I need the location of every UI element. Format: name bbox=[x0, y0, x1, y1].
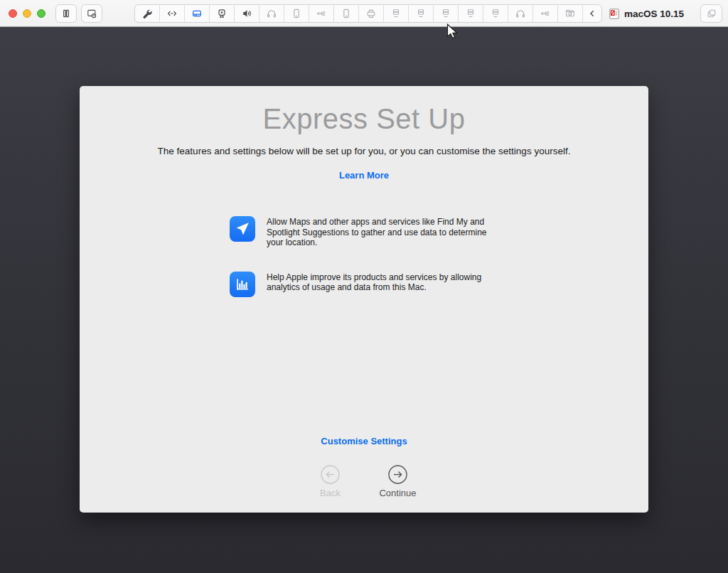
minimize-window-button[interactable] bbox=[23, 9, 31, 18]
chevron-left-icon bbox=[587, 8, 598, 19]
network-adapter-1-button[interactable] bbox=[384, 5, 409, 22]
snapshot-icon bbox=[86, 8, 97, 19]
navigation-buttons: Back Continue bbox=[80, 465, 648, 498]
speaker-icon bbox=[241, 8, 252, 19]
vm-title-label: macOS 10.15 bbox=[624, 9, 684, 19]
network-adapter-2-button[interactable] bbox=[409, 5, 434, 22]
headphones-icon bbox=[266, 8, 277, 19]
network-adapter-icon bbox=[440, 8, 451, 19]
express-setup-dialog: Express Set Up The features and settings… bbox=[80, 86, 648, 513]
hard-disk-button[interactable] bbox=[185, 5, 210, 22]
back-arrow-icon bbox=[321, 465, 340, 484]
camera-button[interactable] bbox=[210, 5, 235, 22]
device-toolbar-group bbox=[134, 4, 602, 23]
hard-disk-icon bbox=[191, 8, 203, 19]
continue-button-label: Continue bbox=[379, 488, 416, 498]
analytics-icon bbox=[230, 272, 255, 297]
vm-code-button[interactable] bbox=[160, 5, 185, 22]
usb-icon bbox=[316, 8, 327, 19]
page-title: Express Set Up bbox=[80, 103, 648, 135]
vm-toolbar: macOS 10.15 bbox=[0, 0, 728, 27]
continue-button[interactable]: Continue bbox=[364, 465, 432, 498]
usb-icon bbox=[540, 8, 551, 19]
vm-settings-button[interactable] bbox=[135, 5, 160, 22]
headphones-icon bbox=[515, 8, 526, 19]
printer-button[interactable] bbox=[359, 5, 384, 22]
snapshot-button[interactable] bbox=[81, 4, 102, 23]
collapse-toolbar-button[interactable] bbox=[583, 5, 601, 22]
back-button-label: Back bbox=[320, 488, 341, 498]
network-adapter-4-button[interactable] bbox=[459, 5, 483, 22]
window-tabs-button[interactable] bbox=[700, 4, 722, 23]
feature-list: Allow Maps and other apps and services l… bbox=[230, 216, 496, 321]
vm-title: macOS 10.15 bbox=[609, 0, 684, 27]
fullscreen-window-button[interactable] bbox=[37, 9, 46, 18]
bar-chart-icon bbox=[234, 276, 251, 293]
pause-icon bbox=[60, 8, 72, 19]
mobile-device-2-button[interactable] bbox=[334, 5, 359, 22]
feature-location: Allow Maps and other apps and services l… bbox=[230, 216, 496, 248]
network-adapter-icon bbox=[465, 8, 476, 19]
vm-window: macOS 10.15 Express Set Up The features … bbox=[0, 0, 728, 573]
usb-device-button[interactable] bbox=[309, 5, 334, 22]
mobile-device-icon bbox=[341, 8, 352, 19]
shared-folder-icon bbox=[564, 8, 576, 19]
feature-analytics: Help Apple improve its products and serv… bbox=[230, 272, 496, 297]
shared-folder-button[interactable] bbox=[558, 5, 583, 22]
network-adapter-icon bbox=[490, 8, 501, 19]
code-icon bbox=[166, 8, 178, 19]
back-button[interactable]: Back bbox=[296, 465, 364, 498]
network-adapter-icon bbox=[415, 8, 427, 19]
pause-vm-button[interactable] bbox=[55, 4, 77, 23]
sound-button[interactable] bbox=[235, 5, 259, 22]
location-arrow-icon bbox=[234, 220, 251, 237]
usb-device-2-button[interactable] bbox=[533, 5, 558, 22]
page-subtitle: The features and settings below will be … bbox=[80, 146, 648, 156]
mobile-device-icon bbox=[291, 8, 302, 19]
close-window-button[interactable] bbox=[9, 9, 17, 18]
customise-settings-link[interactable]: Customise Settings bbox=[321, 436, 407, 446]
location-icon bbox=[230, 216, 255, 242]
continue-arrow-icon bbox=[388, 465, 407, 484]
wrench-icon bbox=[141, 8, 153, 19]
network-adapter-3-button[interactable] bbox=[434, 5, 459, 22]
camera-icon bbox=[216, 8, 228, 19]
headphones-button[interactable] bbox=[259, 5, 284, 22]
feature-location-text: Allow Maps and other apps and services l… bbox=[267, 216, 496, 248]
headphones-2-button[interactable] bbox=[508, 5, 533, 22]
learn-more-link[interactable]: Learn More bbox=[339, 170, 389, 181]
network-adapter-icon bbox=[390, 8, 402, 19]
vm-screen: Express Set Up The features and settings… bbox=[0, 27, 728, 573]
mobile-device-button[interactable] bbox=[284, 5, 309, 22]
vm-document-icon bbox=[609, 9, 619, 19]
feature-analytics-text: Help Apple improve its products and serv… bbox=[267, 272, 496, 297]
network-adapter-5-button[interactable] bbox=[483, 5, 508, 22]
tabs-icon bbox=[706, 8, 717, 19]
printer-icon bbox=[365, 8, 377, 19]
